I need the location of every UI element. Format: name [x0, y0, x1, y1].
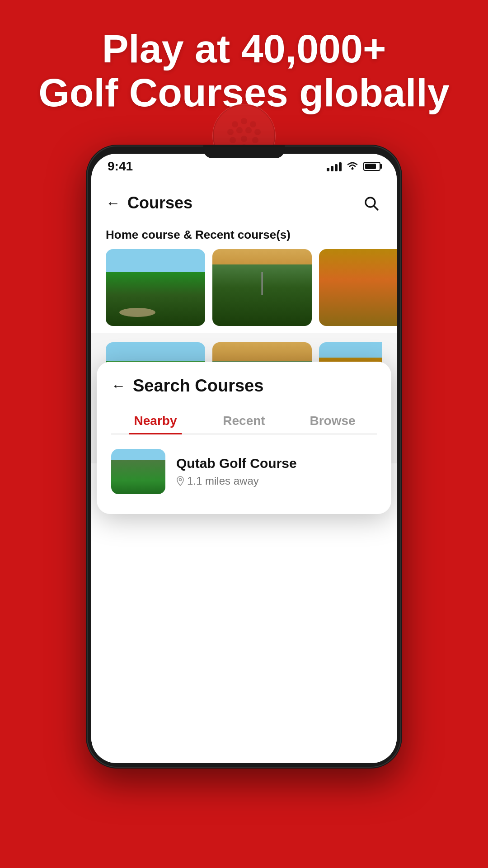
result-golf-image: [111, 449, 165, 494]
search-button[interactable]: [360, 192, 382, 214]
course-thumbnail-3[interactable]: [319, 249, 397, 326]
nearby-result-item[interactable]: Qutab Golf Course 1.1 miles away: [111, 445, 377, 498]
back-button[interactable]: ←: [106, 195, 120, 212]
svg-point-9: [254, 129, 261, 135]
signal-bars-icon: [327, 161, 342, 171]
phone-notch: [203, 145, 285, 158]
svg-point-12: [252, 137, 258, 143]
svg-point-10: [230, 137, 236, 143]
popup-header: ← Search Courses: [111, 376, 377, 396]
svg-line-20: [374, 206, 378, 210]
courses-top-nav: ← Courses: [91, 179, 397, 223]
svg-point-24: [179, 479, 182, 481]
svg-point-7: [236, 127, 243, 133]
search-tabs: Nearby Recent Browse: [111, 408, 377, 434]
svg-point-11: [241, 136, 247, 142]
result-info: Qutab Golf Course 1.1 miles away: [176, 456, 377, 487]
status-time: 9:41: [108, 159, 133, 174]
course-thumbnail-1[interactable]: [106, 249, 205, 326]
result-course-name: Qutab Golf Course: [176, 456, 377, 471]
battery-icon: [363, 162, 380, 171]
tab-nearby[interactable]: Nearby: [111, 408, 200, 434]
svg-point-4: [241, 118, 247, 124]
svg-point-18: [352, 168, 354, 170]
search-courses-popup: ← Search Courses Nearby Recent Browse: [97, 362, 391, 514]
result-distance: 1.1 miles away: [176, 475, 377, 487]
svg-point-3: [232, 121, 238, 127]
nav-left: ← Courses: [106, 193, 192, 212]
status-icons: [327, 160, 380, 173]
popup-title: Search Courses: [133, 376, 263, 396]
course-thumbnail-2[interactable]: [212, 249, 312, 326]
phone-frame: 9:41: [86, 145, 402, 769]
result-thumb: [111, 449, 165, 494]
home-course-section-title: Home course & Recent course(s): [91, 223, 397, 249]
svg-point-5: [250, 121, 256, 127]
svg-point-6: [227, 129, 234, 135]
courses-title: Courses: [127, 193, 192, 212]
tab-browse[interactable]: Browse: [288, 408, 377, 434]
tab-recent[interactable]: Recent: [200, 408, 288, 434]
wifi-icon: [346, 160, 359, 173]
phone-screen: 9:41: [91, 154, 397, 763]
popup-back-button[interactable]: ←: [111, 377, 126, 394]
svg-point-8: [245, 127, 252, 133]
course-images-row: [91, 249, 397, 326]
